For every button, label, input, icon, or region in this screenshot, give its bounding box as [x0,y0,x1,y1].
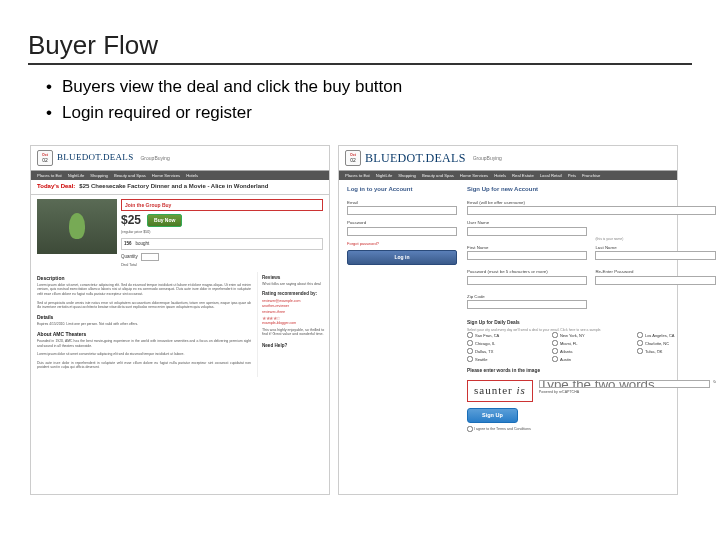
details-text: Expires 4/15/2010. Limit one per person.… [37,322,251,327]
nav-item[interactable]: Real Estate [512,173,534,178]
category-nav: Places to Eat NightLife Shopping Beauty … [339,171,677,180]
nav-item[interactable]: Home Services [152,173,180,178]
bullet-list: Buyers view the deal and click the buy b… [46,77,692,123]
nav-item[interactable]: Places to Eat [345,173,370,178]
city-checkbox[interactable] [552,356,558,362]
city-checkbox[interactable] [637,348,643,354]
captcha-input[interactable] [539,380,710,388]
screenshot-login-signup: Oct 02 BLUEDOT.DEALS GroupBuying Places … [338,145,678,495]
city-option[interactable]: Chicago, IL [467,340,546,346]
login-password-input[interactable] [347,227,457,236]
nav-item[interactable]: Franchise [582,173,600,178]
quantity-input[interactable] [141,253,159,261]
city-option[interactable]: Tulsa, OK [637,348,716,354]
nav-item[interactable]: NightLife [68,173,85,178]
bullet-item: Buyers view the deal and click the buy b… [46,77,692,97]
brand-logo: BLUEDOT.DEALS [365,151,466,166]
city-checkbox[interactable] [467,332,473,338]
captcha-refresh-icon[interactable]: ↻ [713,380,716,388]
nav-item[interactable]: Hotels [494,173,506,178]
city-checkbox[interactable] [467,356,473,362]
signup-button[interactable]: Sign Up [467,408,518,423]
city-option[interactable]: Charlotte, NC [637,340,716,346]
city-label: San Fran, CA [475,333,499,338]
reviewer-link[interactable]: reviewer@example.com [262,299,325,303]
details-heading: Details [37,314,251,320]
signup-password-input[interactable] [467,276,587,285]
username-hint: (this is your name) [595,237,715,241]
city-option[interactable]: New York, NY [552,332,631,338]
slide-title: Buyer Flow [28,30,692,65]
nav-item[interactable]: Local Retail [540,173,562,178]
nav-item[interactable]: Home Services [460,173,488,178]
nav-item[interactable]: Places to Eat [37,173,62,178]
city-option[interactable]: San Fran, CA [467,332,546,338]
city-label: Tulsa, OK [645,349,663,354]
calendar-icon: Oct 02 [345,150,361,166]
zip-input[interactable] [467,300,587,309]
city-checkbox[interactable] [552,332,558,338]
nav-item[interactable]: Hotels [186,173,198,178]
agree-label: I agree to the Terms and Conditions [474,427,531,431]
agree-checkbox[interactable] [467,426,473,432]
nav-item[interactable]: Shopping [398,173,416,178]
description-text: Sed ut perspiciatis unde omnis iste natu… [37,301,251,310]
about-text: Lorem ipsum dolor sit amet consectetur a… [37,352,251,357]
reviewer-link[interactable]: reviewer-three [262,310,325,314]
review-sub: What folks are saying about this deal [262,282,325,286]
last-name-label: Last Name [595,245,715,251]
city-option[interactable]: Dallas, TX [467,348,546,354]
city-option[interactable]: Miami, FL [552,340,631,346]
nav-item[interactable]: Pets [568,173,576,178]
first-name-input[interactable] [467,251,587,260]
forgot-password-link[interactable]: Forgot password? [347,241,379,246]
brand-tagline: GroupBuying [140,155,169,161]
category-nav: Places to Eat NightLife Shopping Beauty … [31,171,329,180]
deal-image [37,199,117,254]
calendar-icon: Oct 02 [37,150,53,166]
nav-item[interactable]: Beauty and Spas [422,173,454,178]
screenshot-deal-page: Oct 02 BLUEDOT.DEALS GroupBuying Places … [30,145,330,495]
city-option[interactable]: Austin [552,356,631,362]
city-label: Miami, FL [560,341,578,346]
captcha-heading: Please enter words in the image [467,368,716,374]
reviewer-link[interactable]: example-blogger.com [262,321,325,325]
bullet-item: Login required or register [46,103,692,123]
nav-item[interactable]: NightLife [376,173,393,178]
city-checkbox[interactable] [467,340,473,346]
nav-item[interactable]: Beauty and Spas [114,173,146,178]
city-option[interactable]: Atlanta [552,348,631,354]
confirm-password-label: Re-Enter Password [595,269,715,275]
city-checkbox-grid: San Fran, CANew York, NYLos Angeles, CAC… [467,332,716,362]
city-checkbox[interactable] [637,340,643,346]
city-label: Chicago, IL [475,341,495,346]
city-checkbox[interactable] [467,348,473,354]
review-snippet: This was highly enjoyable, so thrilled t… [262,328,325,337]
reviews-heading: Reviews [262,275,325,281]
city-label: Austin [560,357,571,362]
recaptcha-note: Powered by reCAPTCHA [539,390,716,394]
last-name-input[interactable] [595,251,715,260]
city-label: Los Angeles, CA [645,333,675,338]
username-label: User Name [467,220,587,226]
login-button[interactable]: Log in [347,250,457,264]
city-checkbox[interactable] [552,348,558,354]
city-label: Seattle [475,357,487,362]
signup-heading: Sign Up for new Account [467,186,716,194]
city-checkbox[interactable] [552,340,558,346]
brand-tagline: GroupBuying [473,155,502,161]
deal-title: $25 Cheesecake Factory Dinner and a Movi… [79,183,268,191]
city-option[interactable]: Seattle [467,356,546,362]
city-option[interactable]: Los Angeles, CA [637,332,716,338]
join-label: Join the Group Buy [125,202,171,208]
city-label: Atlanta [560,349,572,354]
rating-heading: Rating recommended by: [262,291,325,297]
city-checkbox[interactable] [637,332,643,338]
reviewer-link[interactable]: another-reviewer [262,304,325,308]
nav-item[interactable]: Shopping [90,173,108,178]
confirm-password-input[interactable] [595,276,715,285]
buy-button[interactable]: Buy Now [147,214,182,226]
signup-email-input[interactable] [467,206,716,215]
login-email-input[interactable] [347,206,457,215]
username-input[interactable] [467,227,587,236]
